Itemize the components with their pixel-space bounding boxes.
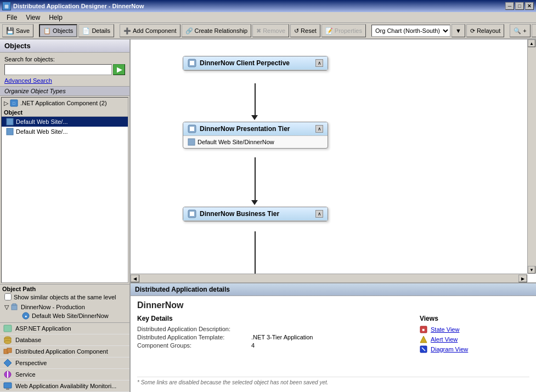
- v-scroll-up[interactable]: ▲: [528, 39, 535, 47]
- relayout-button[interactable]: ⟳ Relayout: [466, 24, 504, 37]
- node-presentation-header: DinnerNow Presentation Tier ∧: [183, 122, 328, 136]
- object-column-header: Object: [2, 109, 128, 117]
- toolbar: 💾 Save 📋 Objects 📄 Details ➕ Add Compone…: [0, 23, 536, 39]
- diagram-view-item[interactable]: Diagram View: [420, 345, 529, 353]
- advanced-search-link[interactable]: Advanced Search: [0, 77, 129, 86]
- maximize-button[interactable]: □: [515, 2, 524, 10]
- show-similar-checkbox[interactable]: [4, 293, 12, 300]
- canvas-scroll[interactable]: DinnerNow Client Perpective ∧ DinnerNow …: [131, 39, 536, 274]
- objects-label: Objects: [53, 27, 73, 34]
- svg-rect-8: [4, 325, 12, 332]
- node-presentation-title: DinnerNow Presentation Tier: [200, 125, 312, 133]
- web-monitor-icon: [3, 382, 12, 390]
- node-business[interactable]: DinnerNow Business Tier ∧: [183, 207, 328, 221]
- remove-label: Remove: [263, 27, 285, 34]
- svg-text:■: ■: [422, 327, 425, 332]
- details-row-2: Component Groups: 4: [137, 342, 409, 349]
- title-bar: ⊞ Distributed Application Designer - Din…: [0, 0, 536, 12]
- reset-button[interactable]: ↺ Reset: [290, 24, 320, 37]
- search-go-button[interactable]: ▶: [113, 64, 125, 75]
- menu-help[interactable]: Help: [44, 13, 67, 22]
- state-view-item[interactable]: ■ State View: [420, 326, 529, 333]
- node-client[interactable]: DinnerNow Client Perpective ∧: [183, 56, 328, 71]
- close-button[interactable]: ✕: [525, 2, 534, 10]
- node-presentation[interactable]: DinnerNow Presentation Tier ∧ Default We…: [183, 122, 328, 149]
- layout-dropdown-button[interactable]: ▼: [452, 24, 465, 37]
- objects-button[interactable]: 📋 Objects: [39, 24, 77, 37]
- path-icon-1: ●: [22, 312, 30, 320]
- node-client-icon: [188, 59, 196, 67]
- search-area: Search for objects: ▶: [0, 53, 129, 77]
- v-scrollbar[interactable]: ▲ ▼: [527, 39, 536, 274]
- save-icon: 💾: [6, 27, 14, 35]
- search-input[interactable]: [4, 64, 112, 75]
- node-client-collapse[interactable]: ∧: [315, 59, 323, 67]
- details-row-0: Distributed Application Description:: [137, 326, 409, 332]
- objects-tree: ▷ □ .NET Application Component (2) Objec…: [1, 97, 128, 283]
- path-label-0: DinnerNow - Production: [21, 304, 85, 310]
- details-row-1: Distributed Application Template: .NET 3…: [137, 334, 409, 340]
- right-area: DinnerNow Client Perpective ∧ DinnerNow …: [131, 39, 536, 392]
- alert-view-icon: [420, 336, 427, 343]
- path-item-0[interactable]: ▽ DinnerNow - Production: [4, 303, 125, 311]
- tree-item-label-0: Default Web Site/...: [16, 118, 68, 125]
- details-button[interactable]: 📄 Details: [78, 24, 114, 37]
- relayout-label: Relayout: [477, 27, 500, 34]
- add-component-icon: ➕: [123, 27, 131, 35]
- minimize-button[interactable]: ─: [505, 2, 514, 10]
- arrowhead-2: [251, 200, 258, 205]
- svg-rect-22: [190, 127, 194, 131]
- details-body: Key Details Distributed Application Desc…: [137, 315, 529, 372]
- tree-item-1[interactable]: Default Web Site/...: [2, 127, 128, 137]
- svc-icon: [3, 370, 12, 379]
- node-business-icon: [188, 209, 196, 218]
- object-path-section: Object Path Show similar objects at the …: [0, 284, 129, 322]
- objects-panel-header: Objects: [0, 39, 129, 53]
- persp-icon: [3, 359, 12, 367]
- details-value-1: .NET 3-Tier Application: [251, 334, 313, 340]
- save-button[interactable]: 💾 Save: [2, 24, 33, 37]
- zoom-in-button[interactable]: 🔍 +: [510, 24, 530, 37]
- properties-button[interactable]: 📝 Properties: [321, 24, 366, 37]
- window-controls: ─ □ ✕: [505, 2, 534, 10]
- show-similar-row: Show similar objects at the same level: [2, 292, 127, 302]
- node-presentation-body-text: Default Web Site/DinnerNow: [198, 139, 274, 145]
- type-list: ASP.NET Application Database Distributed…: [0, 322, 129, 392]
- type-db[interactable]: Database: [0, 334, 129, 346]
- node-client-title: DinnerNow Client Perpective: [200, 59, 312, 67]
- tree-item-0[interactable]: Default Web Site/...: [2, 117, 128, 127]
- db-icon: [3, 336, 12, 344]
- svg-text:●: ●: [25, 314, 27, 318]
- type-svc[interactable]: Service: [0, 369, 129, 380]
- remove-button[interactable]: ✖ Remove: [252, 24, 289, 37]
- details-right: Views ■ State View Alert View: [420, 315, 529, 372]
- h-scroll-left[interactable]: ◀: [131, 275, 139, 282]
- menu-file[interactable]: File: [2, 13, 21, 22]
- node-business-collapse[interactable]: ∧: [315, 210, 323, 218]
- arrow-1: [255, 83, 256, 116]
- menu-view[interactable]: View: [21, 13, 44, 22]
- h-scrollbar[interactable]: ◀ ▶: [131, 274, 527, 282]
- svg-marker-28: [420, 336, 427, 343]
- add-component-button[interactable]: ➕ Add Component: [120, 24, 180, 37]
- svg-rect-13: [7, 348, 12, 353]
- h-scroll-right[interactable]: ▶: [518, 275, 527, 282]
- net-app-section[interactable]: ▷ □ .NET Application Component (2): [2, 98, 128, 109]
- svg-rect-23: [188, 139, 195, 145]
- zoom-out-button[interactable]: 🔍 -: [532, 24, 536, 37]
- node-presentation-collapse[interactable]: ∧: [315, 125, 323, 133]
- alert-view-item[interactable]: Alert View: [420, 336, 529, 343]
- type-persp[interactable]: Perspective: [0, 357, 129, 369]
- type-asp[interactable]: ASP.NET Application: [0, 323, 129, 334]
- path-item-1[interactable]: ● Default Web Site/DinnerNow: [4, 311, 125, 320]
- type-web[interactable]: Web Application Availability Monitori...: [0, 380, 129, 392]
- v-scroll-down[interactable]: ▼: [528, 266, 535, 274]
- node-client-header: DinnerNow Client Perpective ∧: [183, 56, 328, 70]
- state-view-label: State View: [431, 326, 459, 333]
- type-dist[interactable]: Distributed Application Component: [0, 346, 129, 357]
- arrow-3: [255, 231, 256, 274]
- details-panel-header: Distributed Application details: [131, 283, 536, 296]
- canvas-inner: DinnerNow Client Perpective ∧ DinnerNow …: [131, 39, 515, 274]
- create-relationship-button[interactable]: 🔗 Create Relationship: [182, 24, 252, 37]
- layout-select[interactable]: Org Chart (North-South): [371, 25, 450, 37]
